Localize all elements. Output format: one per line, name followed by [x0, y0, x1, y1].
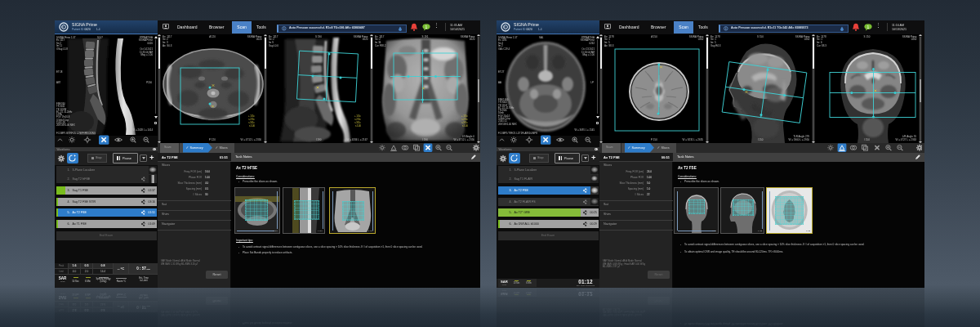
svg-text:1: 1: [145, 199, 146, 202]
svg-text:1: 1: [867, 24, 870, 29]
svg-text:1: 1: [145, 222, 146, 225]
svg-text:1: 1: [586, 189, 588, 191]
svg-text:1: 1: [425, 24, 428, 29]
svg-text:1: 1: [145, 177, 146, 180]
svg-text:1: 1: [586, 211, 588, 213]
svg-text:1: 1: [145, 211, 146, 213]
svg-text:1: 1: [145, 189, 146, 191]
svg-text:1: 1: [586, 199, 588, 202]
svg-text:1: 1: [586, 222, 588, 225]
